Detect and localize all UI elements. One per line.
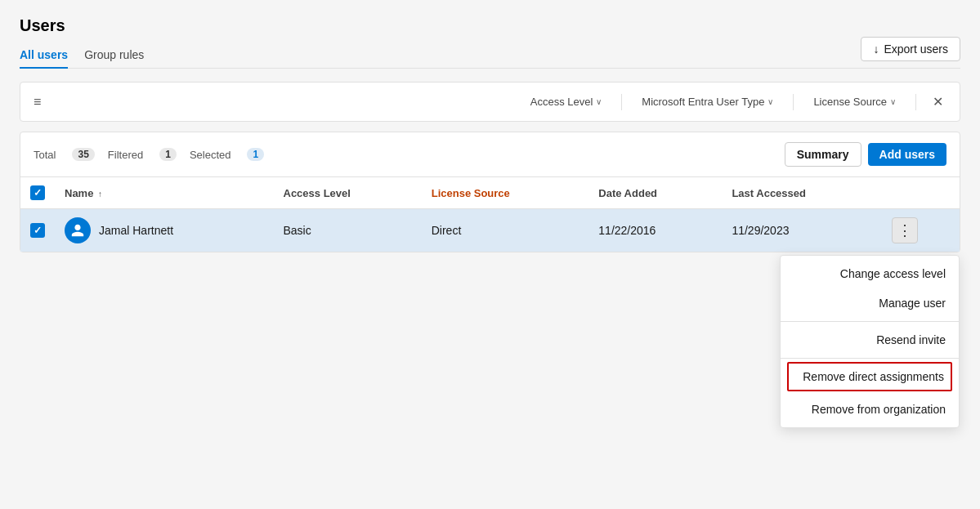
row-name-cell: Jamal Hartnett xyxy=(55,209,274,252)
filter-access-level[interactable]: Access Level ∨ xyxy=(524,92,609,111)
filter-bar: ≡ Access Level ∨ Microsoft Entra User Ty… xyxy=(20,82,960,122)
row-checkbox-cell xyxy=(20,209,55,252)
users-table-container: Total 35 Filtered 1 Selected 1 Summary A… xyxy=(20,132,960,252)
export-users-button[interactable]: ↓ Export users xyxy=(861,37,960,61)
total-count-badge: 35 xyxy=(72,148,94,161)
menu-item-remove-org[interactable]: Remove from organization xyxy=(781,395,959,424)
filter-license-source[interactable]: License Source ∨ xyxy=(807,92,902,111)
menu-item-resend-invite[interactable]: Resend invite xyxy=(781,325,959,355)
menu-item-manage-user[interactable]: Manage user xyxy=(781,288,959,318)
close-filters-button[interactable]: ✕ xyxy=(929,91,946,113)
page-title: Users xyxy=(20,16,960,35)
more-icon: ⋮ xyxy=(897,221,912,239)
export-down-arrow-icon: ↓ xyxy=(873,42,879,56)
header-last-accessed: Last Accessed xyxy=(722,177,881,209)
selected-count-badge: 1 xyxy=(247,148,264,161)
filtered-label: Filtered xyxy=(108,149,143,161)
filter-entra-user-type[interactable]: Microsoft Entra User Type ∨ xyxy=(635,92,780,111)
menu-divider-2 xyxy=(781,358,959,359)
user-name-cell: Jamal Hartnett xyxy=(65,217,264,243)
filtered-count-badge: 1 xyxy=(159,148,177,161)
users-table: Name ↑ Access Level License Source Date … xyxy=(20,177,960,252)
menu-item-remove-direct[interactable]: Remove direct assignments xyxy=(787,362,952,391)
header-checkbox-col xyxy=(20,177,55,209)
menu-divider-1 xyxy=(781,321,959,322)
chevron-down-icon-2: ∨ xyxy=(767,97,773,106)
row-checkbox[interactable] xyxy=(30,223,45,238)
more-actions-button[interactable]: ⋮ xyxy=(892,217,918,243)
tab-all-users[interactable]: All users xyxy=(20,42,68,68)
filter-icon[interactable]: ≡ xyxy=(34,95,41,109)
row-last-accessed: 11/29/2023 xyxy=(722,209,881,252)
row-date-added: 11/22/2016 xyxy=(588,209,722,252)
header-license-source: License Source xyxy=(422,177,589,209)
page-container: Users All users Group rules ↓ Export use… xyxy=(0,0,980,509)
chevron-down-icon-3: ∨ xyxy=(890,97,896,106)
total-label: Total xyxy=(34,149,56,161)
filter-divider-2 xyxy=(793,94,794,110)
user-name: Jamal Hartnett xyxy=(99,224,173,237)
row-actions-cell: ⋮ Change access level Manage user xyxy=(882,209,960,252)
row-access-level: Basic xyxy=(274,209,422,252)
filter-divider-3 xyxy=(915,94,916,110)
sort-up-icon: ↑ xyxy=(98,190,102,199)
header-actions-col xyxy=(882,177,960,209)
tabs-row: All users Group rules ↓ Export users xyxy=(20,42,960,69)
avatar xyxy=(65,217,91,243)
chevron-down-icon: ∨ xyxy=(596,97,602,106)
table-header-bar: Total 35 Filtered 1 Selected 1 Summary A… xyxy=(20,132,960,177)
table-row: Jamal Hartnett Basic Direct 11/22/2016 1… xyxy=(20,209,960,252)
context-menu: Change access level Manage user Resend i… xyxy=(780,255,960,428)
row-license-source: Direct xyxy=(422,209,589,252)
table-header-row: Name ↑ Access Level License Source Date … xyxy=(20,177,960,209)
tab-group-rules[interactable]: Group rules xyxy=(84,42,144,68)
filter-divider-1 xyxy=(621,94,622,110)
header-access-level: Access Level xyxy=(274,177,422,209)
header-date-added: Date Added xyxy=(588,177,722,209)
header-name: Name ↑ xyxy=(55,177,274,209)
header-actions: Summary Add users xyxy=(785,142,946,167)
summary-button[interactable]: Summary xyxy=(785,142,861,167)
selected-label: Selected xyxy=(190,149,231,161)
select-all-checkbox[interactable] xyxy=(30,185,45,200)
add-users-button[interactable]: Add users xyxy=(868,143,946,166)
menu-item-change-access[interactable]: Change access level xyxy=(781,259,959,288)
